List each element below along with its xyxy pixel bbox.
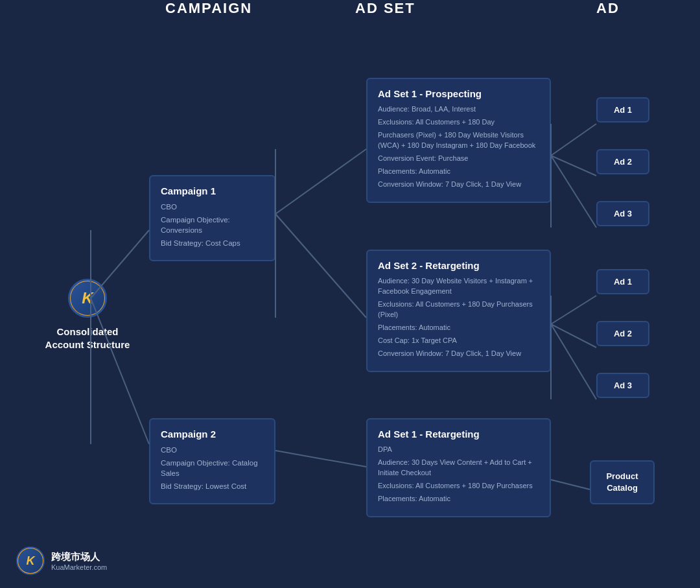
adset-2-detail-2: Placements: Automatic xyxy=(378,323,539,333)
campaign-2-title: Campaign 2 xyxy=(161,429,264,440)
campaign-1-detail3: Bid Strategy: Cost Caps xyxy=(161,238,264,248)
ad-2-3: Ad 3 xyxy=(596,373,649,398)
ad-1-3: Ad 3 xyxy=(596,201,649,226)
adset-2-box: Ad Set 2 - Retargeting Audience: 30 Day … xyxy=(366,250,551,372)
ad-1-2: Ad 2 xyxy=(596,149,649,174)
footer-logo-letter: K xyxy=(18,548,43,573)
svg-line-6 xyxy=(275,451,366,467)
campaign-2-detail3: Bid Strategy: Lowest Cost xyxy=(161,481,264,491)
footer-text: 跨境市场人 KuaMarketer.com xyxy=(51,551,107,571)
adset-2-detail-3: Cost Cap: 1x Target CPA xyxy=(378,336,539,346)
campaign-2-box: Campaign 2 CBO Campaign Objective: Catal… xyxy=(149,418,275,504)
campaign-2-detail1: CBO xyxy=(161,445,264,455)
adset-3-title: Ad Set 1 - Retargeting xyxy=(378,429,539,440)
header-adset: AD SET xyxy=(355,0,415,17)
svg-line-8 xyxy=(551,156,596,176)
adset-3-detail-2: Exclusions: All Customers + 180 Day Purc… xyxy=(378,481,539,491)
svg-line-3 xyxy=(275,149,366,214)
campaign-1-detail2: Campaign Objective: Conversions xyxy=(161,215,264,235)
footer-logo: K xyxy=(16,547,45,575)
ad-2-2: Ad 2 xyxy=(596,321,649,346)
adset-3-detail-3: Placements: Automatic xyxy=(378,494,539,504)
svg-line-15 xyxy=(551,480,590,489)
campaign-1-title: Campaign 1 xyxy=(161,185,264,196)
svg-line-4 xyxy=(275,214,366,318)
campaign-2-detail2: Campaign Objective: Catalog Sales xyxy=(161,458,264,478)
adset-1-detail-2: Purchasers (Pixel) + 180 Day Website Vis… xyxy=(378,130,539,151)
campaign-1-box: Campaign 1 CBO Campaign Objective: Conve… xyxy=(149,175,275,261)
header-ad: AD xyxy=(596,0,620,17)
svg-line-11 xyxy=(551,296,596,324)
account-title: ConsolidatedAccount Structure xyxy=(45,325,130,351)
adset-1-detail-5: Conversion Window: 7 Day Click, 1 Day Vi… xyxy=(378,180,539,190)
footer-brand: K 跨境市场人 KuaMarketer.com xyxy=(16,547,107,575)
ad-2-1: Ad 1 xyxy=(596,269,649,294)
footer-website: KuaMarketer.com xyxy=(51,563,107,571)
svg-line-7 xyxy=(551,124,596,156)
adset-3-detail-0: DPA xyxy=(378,445,539,455)
page-layout: CAMPAIGN AD SET AD K ConsolidatedAccount… xyxy=(0,0,700,588)
campaign-1-detail1: CBO xyxy=(161,202,264,212)
svg-line-12 xyxy=(551,324,596,347)
footer-brand-name: 跨境市场人 xyxy=(51,551,107,563)
svg-line-9 xyxy=(551,156,596,228)
adset-3-box: Ad Set 1 - Retargeting DPA Audience: 30 … xyxy=(366,418,551,517)
account-logo: K xyxy=(68,279,107,318)
ad-1-1: Ad 1 xyxy=(596,97,649,123)
adset-1-detail-1: Exclusions: All Customers + 180 Day xyxy=(378,117,539,128)
adset-1-box: Ad Set 1 - Prospecting Audience: Broad, … xyxy=(366,78,551,203)
product-catalog-box: Product Catalog xyxy=(590,460,655,504)
adset-1-title: Ad Set 1 - Prospecting xyxy=(378,88,539,99)
adset-1-detail-4: Placements: Automatic xyxy=(378,167,539,177)
svg-line-13 xyxy=(551,324,596,399)
adset-2-detail-1: Exclusions: All Customers + 180 Day Purc… xyxy=(378,300,539,320)
header-campaign: CAMPAIGN xyxy=(165,0,252,17)
account-logo-letter: K xyxy=(71,281,104,315)
adset-1-detail-3: Conversion Event: Purchase xyxy=(378,154,539,164)
adset-3-detail-1: Audience: 30 Days View Content + Add to … xyxy=(378,458,539,478)
account-node: K ConsolidatedAccount Structure xyxy=(39,279,136,351)
adset-2-detail-4: Conversion Window: 7 Day Click, 1 Day Vi… xyxy=(378,349,539,359)
adset-1-detail-0: Audience: Broad, LAA, Interest xyxy=(378,104,539,115)
adset-2-detail-0: Audience: 30 Day Website Visitors + Inst… xyxy=(378,276,539,297)
adset-2-title: Ad Set 2 - Retargeting xyxy=(378,260,539,271)
